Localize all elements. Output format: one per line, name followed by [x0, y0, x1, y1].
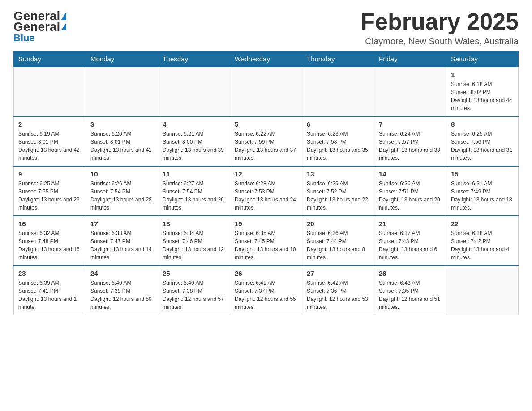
day-info: Sunrise: 6:30 AMSunset: 7:51 PMDaylight:… — [379, 180, 442, 212]
table-row: 14Sunrise: 6:30 AMSunset: 7:51 PMDayligh… — [374, 166, 446, 216]
day-info: Sunrise: 6:40 AMSunset: 7:39 PMDaylight:… — [90, 279, 153, 311]
day-number: 25 — [163, 270, 225, 277]
col-sunday: Sunday — [14, 51, 86, 67]
logo-blue-label: Blue — [13, 32, 35, 44]
day-info: Sunrise: 6:42 AMSunset: 7:36 PMDaylight:… — [307, 279, 369, 311]
table-row — [446, 265, 519, 315]
day-info: Sunrise: 6:43 AMSunset: 7:35 PMDaylight:… — [379, 279, 442, 311]
location-subtitle: Claymore, New South Wales, Australia — [360, 36, 519, 47]
day-number: 5 — [235, 120, 297, 128]
day-info: Sunrise: 6:29 AMSunset: 7:52 PMDaylight:… — [307, 180, 369, 212]
table-row: 18Sunrise: 6:34 AMSunset: 7:46 PMDayligh… — [158, 216, 230, 265]
day-info: Sunrise: 6:34 AMSunset: 7:46 PMDaylight:… — [163, 229, 225, 261]
table-row: 15Sunrise: 6:31 AMSunset: 7:49 PMDayligh… — [446, 166, 519, 216]
day-info: Sunrise: 6:26 AMSunset: 7:54 PMDaylight:… — [90, 180, 153, 212]
day-info: Sunrise: 6:18 AMSunset: 8:02 PMDaylight:… — [451, 80, 514, 112]
table-row — [374, 67, 446, 116]
day-info: Sunrise: 6:25 AMSunset: 7:56 PMDaylight:… — [451, 130, 514, 162]
day-number: 6 — [307, 120, 369, 128]
day-number: 1 — [451, 71, 514, 78]
day-info: Sunrise: 6:41 AMSunset: 7:37 PMDaylight:… — [235, 279, 297, 311]
day-number: 10 — [90, 170, 153, 178]
table-row: 9Sunrise: 6:25 AMSunset: 7:55 PMDaylight… — [14, 166, 86, 216]
day-info: Sunrise: 6:37 AMSunset: 7:43 PMDaylight:… — [379, 229, 442, 261]
day-info: Sunrise: 6:32 AMSunset: 7:48 PMDaylight:… — [18, 229, 81, 261]
day-info: Sunrise: 6:38 AMSunset: 7:42 PMDaylight:… — [451, 229, 514, 261]
col-thursday: Thursday — [302, 51, 374, 67]
col-wednesday: Wednesday — [230, 51, 302, 67]
day-number: 18 — [163, 220, 225, 227]
table-row: 17Sunrise: 6:33 AMSunset: 7:47 PMDayligh… — [86, 216, 158, 265]
table-row — [302, 67, 374, 116]
table-row: 7Sunrise: 6:24 AMSunset: 7:57 PMDaylight… — [374, 116, 446, 166]
table-row: 28Sunrise: 6:43 AMSunset: 7:35 PMDayligh… — [374, 265, 446, 315]
day-info: Sunrise: 6:21 AMSunset: 8:00 PMDaylight:… — [163, 130, 225, 162]
col-friday: Friday — [374, 51, 446, 67]
day-number: 26 — [235, 270, 297, 277]
table-row: 16Sunrise: 6:32 AMSunset: 7:48 PMDayligh… — [14, 216, 86, 265]
table-row: 13Sunrise: 6:29 AMSunset: 7:52 PMDayligh… — [302, 166, 374, 216]
table-row: 24Sunrise: 6:40 AMSunset: 7:39 PMDayligh… — [86, 265, 158, 315]
logo: General General Blue — [13, 9, 66, 44]
day-number: 8 — [451, 120, 514, 128]
day-info: Sunrise: 6:33 AMSunset: 7:47 PMDaylight:… — [90, 229, 153, 261]
day-number: 28 — [379, 270, 442, 277]
table-row — [86, 67, 158, 116]
day-info: Sunrise: 6:36 AMSunset: 7:44 PMDaylight:… — [307, 229, 369, 261]
calendar-week-row: 2Sunrise: 6:19 AMSunset: 8:01 PMDaylight… — [14, 116, 519, 166]
calendar-week-row: 23Sunrise: 6:39 AMSunset: 7:41 PMDayligh… — [14, 265, 519, 315]
logo-arrow-icon — [61, 23, 66, 30]
day-info: Sunrise: 6:24 AMSunset: 7:57 PMDaylight:… — [379, 130, 442, 162]
table-row: 1Sunrise: 6:18 AMSunset: 8:02 PMDaylight… — [446, 67, 519, 116]
table-row: 4Sunrise: 6:21 AMSunset: 8:00 PMDaylight… — [158, 116, 230, 166]
table-row: 11Sunrise: 6:27 AMSunset: 7:54 PMDayligh… — [158, 166, 230, 216]
day-number: 19 — [235, 220, 297, 227]
table-row: 2Sunrise: 6:19 AMSunset: 8:01 PMDaylight… — [14, 116, 86, 166]
table-row: 25Sunrise: 6:40 AMSunset: 7:38 PMDayligh… — [158, 265, 230, 315]
day-info: Sunrise: 6:20 AMSunset: 8:01 PMDaylight:… — [90, 130, 153, 162]
day-info: Sunrise: 6:39 AMSunset: 7:41 PMDaylight:… — [18, 279, 81, 311]
day-info: Sunrise: 6:28 AMSunset: 7:53 PMDaylight:… — [235, 180, 297, 212]
month-title: February 2025 — [360, 9, 519, 34]
table-row: 3Sunrise: 6:20 AMSunset: 8:01 PMDaylight… — [86, 116, 158, 166]
table-row: 10Sunrise: 6:26 AMSunset: 7:54 PMDayligh… — [86, 166, 158, 216]
day-info: Sunrise: 6:25 AMSunset: 7:55 PMDaylight:… — [18, 180, 81, 212]
table-row: 12Sunrise: 6:28 AMSunset: 7:53 PMDayligh… — [230, 166, 302, 216]
day-number: 14 — [379, 170, 442, 178]
day-info: Sunrise: 6:23 AMSunset: 7:58 PMDaylight:… — [307, 130, 369, 162]
calendar-week-row: 9Sunrise: 6:25 AMSunset: 7:55 PMDaylight… — [14, 166, 519, 216]
table-row: 19Sunrise: 6:35 AMSunset: 7:45 PMDayligh… — [230, 216, 302, 265]
day-number: 27 — [307, 270, 369, 277]
day-number: 3 — [90, 120, 153, 128]
table-row: 20Sunrise: 6:36 AMSunset: 7:44 PMDayligh… — [302, 216, 374, 265]
day-number: 24 — [90, 270, 153, 277]
table-row: 27Sunrise: 6:42 AMSunset: 7:36 PMDayligh… — [302, 265, 374, 315]
table-row: 22Sunrise: 6:38 AMSunset: 7:42 PMDayligh… — [446, 216, 519, 265]
day-number: 13 — [307, 170, 369, 178]
calendar-header-row: Sunday Monday Tuesday Wednesday Thursday… — [14, 51, 519, 67]
day-number: 22 — [451, 220, 514, 227]
col-tuesday: Tuesday — [158, 51, 230, 67]
table-row: 6Sunrise: 6:23 AMSunset: 7:58 PMDaylight… — [302, 116, 374, 166]
day-number: 7 — [379, 120, 442, 128]
table-row: 5Sunrise: 6:22 AMSunset: 7:59 PMDaylight… — [230, 116, 302, 166]
logo-triangle-icon — [61, 12, 66, 20]
day-number: 9 — [18, 170, 81, 178]
table-row — [230, 67, 302, 116]
calendar-table: Sunday Monday Tuesday Wednesday Thursday… — [13, 51, 519, 315]
day-number: 16 — [18, 220, 81, 227]
day-info: Sunrise: 6:27 AMSunset: 7:54 PMDaylight:… — [163, 180, 225, 212]
table-row: 26Sunrise: 6:41 AMSunset: 7:37 PMDayligh… — [230, 265, 302, 315]
day-number: 12 — [235, 170, 297, 178]
col-saturday: Saturday — [446, 51, 519, 67]
day-info: Sunrise: 6:35 AMSunset: 7:45 PMDaylight:… — [235, 229, 297, 261]
day-number: 20 — [307, 220, 369, 227]
day-number: 11 — [163, 170, 225, 178]
col-monday: Monday — [86, 51, 158, 67]
table-row — [14, 67, 86, 116]
calendar-week-row: 16Sunrise: 6:32 AMSunset: 7:48 PMDayligh… — [14, 216, 519, 265]
day-info: Sunrise: 6:31 AMSunset: 7:49 PMDaylight:… — [451, 180, 514, 212]
day-info: Sunrise: 6:19 AMSunset: 8:01 PMDaylight:… — [18, 130, 81, 162]
page-header: General General Blue February 2025 Claym… — [13, 9, 519, 47]
day-number: 2 — [18, 120, 81, 128]
